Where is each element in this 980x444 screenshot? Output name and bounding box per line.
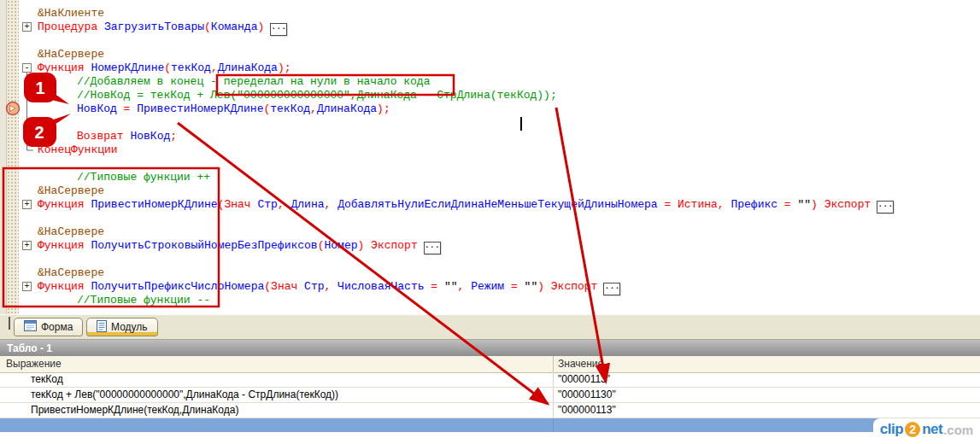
code-text: Возврат НовКод; <box>77 130 177 143</box>
code-token: Функция <box>38 280 91 293</box>
code-token: Экспорт <box>824 198 871 211</box>
code-token: , <box>458 280 472 293</box>
watermark-clip: clip <box>880 421 903 438</box>
code-line[interactable]: НовКод = ПривестиНомерКДлине(текКод,Длин… <box>0 102 980 116</box>
code-token: "" <box>444 280 458 293</box>
code-token: = <box>504 280 524 293</box>
code-line[interactable]: &НаСервере <box>0 266 980 280</box>
code-token: ; <box>170 130 177 143</box>
tab-forma[interactable]: Форма <box>14 318 83 336</box>
code-token: Режим <box>471 280 504 293</box>
code-token: = <box>778 198 797 211</box>
watch-expression[interactable]: текКод + Лев("00000000000000",ДлинаКода … <box>0 388 554 402</box>
tab-modul[interactable]: Модуль <box>86 318 158 336</box>
code-text: КонецФункции <box>38 143 118 157</box>
code-text: //Добавляем в конец - переделал на нули … <box>77 75 430 89</box>
code-token: ЧисловаяЧасть <box>337 280 424 293</box>
code-token: КонецФункции <box>38 143 118 156</box>
code-line[interactable]: &НаСервере <box>0 184 980 198</box>
watch-panel-title: Табло - 1 <box>0 339 980 356</box>
code-line[interactable]: +Функция ПривестиНомерКДлине(Знач Стр, Д… <box>0 198 980 212</box>
fold-collapse-icon[interactable]: - <box>22 63 32 73</box>
code-token: , <box>278 198 291 211</box>
designer-window: &НаКлиенте+Процедура ЗагрузитьТовары(Ком… <box>0 0 980 444</box>
code-token: ПривестиНомерКДлине <box>91 198 217 211</box>
fold-expand-icon[interactable]: + <box>22 200 32 209</box>
collapsed-code-button[interactable]: ... <box>270 23 287 36</box>
code-token: , <box>718 198 731 211</box>
code-token: //Типовые функции ++ <box>77 171 210 184</box>
code-token: ПривестиНомерКДлине <box>137 102 263 115</box>
pane-corner-line <box>9 317 10 330</box>
code-token: &НаСервере <box>38 225 104 238</box>
watch-row[interactable]: ПривестиНомерКДлине(текКод,ДлинаКода)"00… <box>0 403 980 418</box>
tab-modul-label: Модуль <box>111 321 148 333</box>
fold-expand-icon[interactable]: + <box>22 241 32 250</box>
column-header-expression[interactable]: Выражение <box>0 356 554 372</box>
code-token: НомерКДлине <box>91 61 164 74</box>
code-line[interactable]: &НаСервере <box>0 225 980 239</box>
code-text: &НаСервере <box>38 48 104 61</box>
code-text: &НаСервере <box>38 266 104 280</box>
collapsed-code-button[interactable]: ... <box>877 201 894 213</box>
watch-row[interactable]: текКод + Лев("00000000000000",ДлинаКода … <box>0 388 980 403</box>
watch-value[interactable]: "000001130" <box>554 388 980 402</box>
code-token: Знач <box>224 198 257 211</box>
code-token: //Типовые функции -- <box>77 294 210 307</box>
code-token: Стр <box>304 280 324 293</box>
code-token: = <box>117 102 137 115</box>
code-line[interactable]: КонецФункции <box>0 143 980 157</box>
code-token: ); <box>377 102 390 115</box>
code-token: Функция <box>38 239 91 252</box>
column-header-value[interactable]: Значение <box>554 356 980 372</box>
watch-table-header[interactable]: Выражение Значение <box>0 356 980 373</box>
code-token: НовКод <box>130 130 170 143</box>
code-token: = <box>425 280 444 293</box>
code-token: ) <box>811 198 824 211</box>
code-token: ДлинаКода <box>218 61 278 74</box>
code-text: //НовКод = текКод + Лев("000000000000000… <box>77 89 557 102</box>
code-line[interactable]: -Функция НомерКДлине(текКод,ДлинаКода); <box>0 61 980 75</box>
code-line[interactable]: &НаКлиенте <box>0 7 980 20</box>
code-token: Функция <box>38 61 91 74</box>
watch-row-selected-empty[interactable] <box>0 418 980 432</box>
code-token: &НаСервере <box>38 266 104 279</box>
code-token: ( <box>264 280 271 293</box>
watch-row[interactable]: текКод"00000113" <box>0 372 980 388</box>
fold-expand-icon[interactable]: + <box>22 282 32 291</box>
code-token: текКод <box>270 102 310 115</box>
code-text: Функция ПолучитьСтроковыйНомерБезПрефикс… <box>38 239 441 254</box>
code-line[interactable]: //Типовые функции -- <box>0 294 980 307</box>
watch-value[interactable]: "000000113" <box>554 403 980 418</box>
watermark-net: net <box>922 421 942 438</box>
code-token: ( <box>204 20 211 33</box>
watch-expression[interactable]: ПривестиНомерКДлине(текКод,ДлинаКода) <box>0 403 554 418</box>
code-token: &НаСервере <box>38 48 104 61</box>
code-token: Истина <box>678 198 718 211</box>
code-line[interactable]: +Функция ПолучитьСтроковыйНомерБезПрефик… <box>0 239 980 253</box>
code-token: Экспорт <box>371 239 418 252</box>
code-line[interactable]: Возврат НовКод; <box>0 130 980 143</box>
code-token: ПолучитьСтроковыйНомерБезПрефиксов <box>91 239 317 252</box>
code-token: текКод <box>171 61 211 74</box>
code-line[interactable]: //Типовые функции ++ <box>0 171 980 184</box>
code-token: , <box>325 198 338 211</box>
code-token: Возврат <box>77 130 130 143</box>
code-line[interactable]: +Процедура ЗагрузитьТовары(Команда)... <box>0 20 980 34</box>
fold-expand-icon[interactable]: + <box>22 22 32 32</box>
watch-expression[interactable]: текКод <box>0 372 554 387</box>
code-line[interactable]: //НовКод = текКод + Лев("000000000000000… <box>0 89 980 102</box>
watermark-com: .com <box>943 423 973 437</box>
watch-value[interactable]: "00000113" <box>554 372 980 387</box>
collapsed-code-button[interactable]: ... <box>424 242 441 254</box>
code-token: "" <box>797 198 811 211</box>
code-token: Номер <box>324 239 357 252</box>
module-code-editor[interactable]: &НаКлиенте+Процедура ЗагрузитьТовары(Ком… <box>0 0 980 314</box>
code-token: ДлинаКода <box>317 102 377 115</box>
code-line[interactable]: &НаСервере <box>0 48 980 61</box>
code-line[interactable]: //Добавляем в конец - переделал на нули … <box>0 75 980 89</box>
code-token: &НаКлиенте <box>38 7 104 20</box>
code-line[interactable]: +Функция ПолучитьПрефиксЧислоНомера(Знач… <box>0 280 980 294</box>
code-token: //НовКод = текКод + Лев("000000000000000… <box>77 89 557 102</box>
tab-forma-label: Форма <box>41 321 73 333</box>
